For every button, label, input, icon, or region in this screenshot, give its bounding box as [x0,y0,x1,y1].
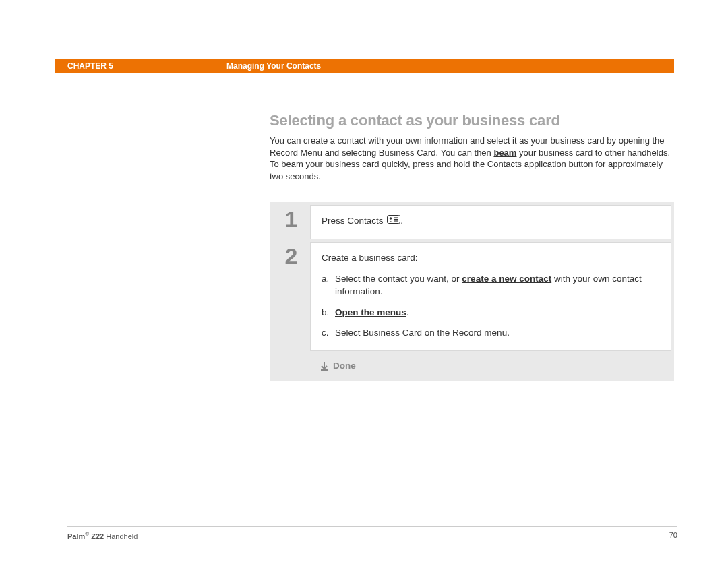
step1-suffix: . [400,216,403,226]
beam-link[interactable]: beam [493,148,516,158]
done-row: Done [272,354,671,379]
chapter-label: CHAPTER 5 [55,61,226,71]
step-2: 2 Create a business card: a. Select the … [272,242,671,351]
svg-point-1 [390,217,392,220]
contacts-icon [387,215,400,228]
step-1: 1 Press Contacts . [272,205,671,239]
sub-label-c: c. [322,327,335,340]
steps-container: 1 Press Contacts . 2 Create a business c… [270,202,674,381]
section-heading: Selecting a contact as your business car… [270,112,674,129]
step-number: 1 [285,208,298,230]
a-text-1: Select the contact you want, or [335,274,462,284]
step-num-cell: 2 [272,242,310,351]
b-suffix: . [406,307,409,317]
sub-label-b: b. [322,307,335,319]
chapter-header: CHAPTER 5 Managing Your Contacts [55,59,674,73]
footer-brand: Palm [67,532,85,540]
open-menus-link[interactable]: Open the menus [335,307,406,317]
sub-text-a: Select the contact you want, or create a… [335,273,660,299]
page-number: 70 [669,531,677,540]
chapter-title: Managing Your Contacts [226,61,321,71]
footer-tail: Handheld [104,532,138,540]
main-content: Selecting a contact as your business car… [270,112,674,199]
footer-product: Palm® Z22 Handheld [67,531,138,540]
footer-model: Z22 [89,532,104,540]
step-number: 2 [285,245,298,268]
step-body: Create a business card: a. Select the co… [310,242,671,351]
page-footer: Palm® Z22 Handheld 70 [67,526,677,540]
done-label: Done [333,361,356,371]
substep-c: c. Select Business Card on the Record me… [322,327,660,340]
down-arrow-icon [320,361,329,371]
sub-text-c: Select Business Card on the Record menu. [335,327,660,340]
sub-text-b: Open the menus. [335,307,660,319]
step-num-cell: 1 [272,205,310,239]
substep-a: a. Select the contact you want, or creat… [322,273,660,299]
step2-lead: Create a business card: [322,252,660,265]
step-body: Press Contacts . [310,205,671,239]
substep-b: b. Open the menus. [322,307,660,319]
step1-text: Press Contacts [322,216,386,226]
create-contact-link[interactable]: create a new contact [462,274,551,284]
intro-paragraph: You can create a contact with your own i… [270,135,674,182]
sub-label-a: a. [322,273,335,299]
